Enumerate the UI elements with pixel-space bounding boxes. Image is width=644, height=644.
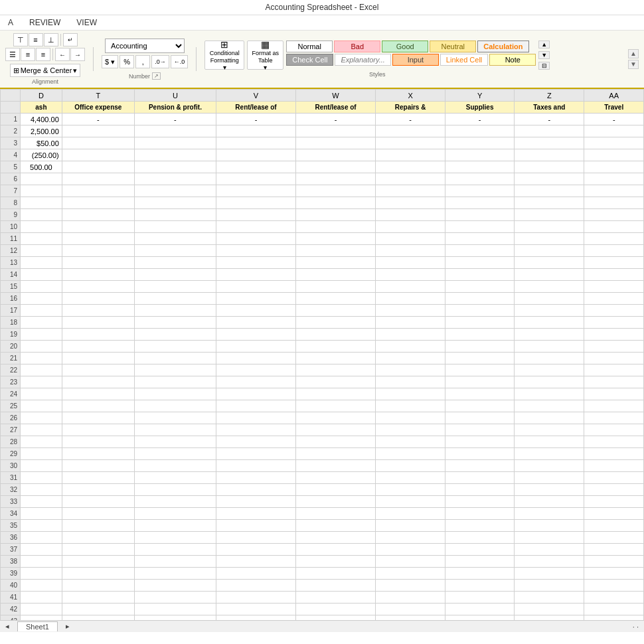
cell[interactable] [296,568,376,580]
table-row[interactable]: 19 [1,329,644,341]
cell[interactable] [296,496,376,508]
table-row[interactable]: 31 [1,472,644,484]
cell[interactable] [134,556,216,568]
cell[interactable] [515,508,584,520]
cell[interactable] [216,269,295,281]
cell[interactable] [62,341,134,353]
cell[interactable] [515,388,584,400]
table-row[interactable]: 14,400.00-------- [1,114,644,125]
cell[interactable] [216,317,295,329]
table-row[interactable]: 20 [1,341,644,353]
cell[interactable] [296,353,376,364]
cell[interactable] [62,137,134,149]
cell[interactable] [21,293,62,305]
cell[interactable] [296,615,376,621]
scroll-right-btn[interactable]: ▸ [66,622,70,631]
cell[interactable] [376,185,445,197]
table-row[interactable]: 14 [1,269,644,281]
cell[interactable] [584,293,644,305]
cell[interactable] [515,329,584,341]
cell[interactable] [445,388,515,400]
cell[interactable] [515,305,584,317]
cell[interactable] [445,221,515,233]
cell[interactable] [296,329,376,341]
cell[interactable] [515,472,584,484]
cell[interactable] [584,508,644,520]
cell[interactable] [445,424,515,436]
cell[interactable] [515,424,584,436]
ribbon-scroll-down[interactable]: ▼ [628,60,639,69]
cell[interactable] [216,448,295,460]
style-good[interactable]: Good [382,40,428,52]
cell[interactable] [445,125,515,137]
conditional-formatting-btn[interactable]: ⊞ ConditionalFormatting ▾ [204,40,244,70]
table-row[interactable]: 7 [1,185,644,197]
cell[interactable] [584,544,644,556]
table-row[interactable]: 12 [1,245,644,257]
cell[interactable] [376,568,445,580]
cell[interactable]: 500.00 [21,161,62,173]
align-middle-btn[interactable]: ≡ [29,33,43,46]
table-row[interactable]: 25 [1,400,644,412]
cell[interactable] [445,353,515,364]
table-row[interactable]: 24 [1,388,644,400]
cell[interactable] [584,604,644,615]
cell[interactable] [515,209,584,221]
cell[interactable] [376,580,445,592]
cell[interactable] [445,532,515,544]
cell[interactable] [376,269,445,281]
cell[interactable] [515,544,584,556]
cell[interactable] [134,269,216,281]
cell[interactable] [515,173,584,185]
cell[interactable] [216,305,295,317]
cell[interactable] [445,364,515,376]
cell[interactable] [216,532,295,544]
cell[interactable] [62,221,134,233]
cell[interactable] [134,125,216,137]
table-row[interactable]: 29 [1,448,644,460]
cell[interactable] [445,568,515,580]
cell[interactable] [21,341,62,353]
cell[interactable] [515,149,584,161]
format-as-table-btn[interactable]: ▦ Format asTable ▾ [247,40,283,70]
cell[interactable] [62,125,134,137]
cell[interactable]: - [584,114,644,125]
cell[interactable] [296,317,376,329]
cell[interactable] [134,293,216,305]
cell[interactable] [21,281,62,293]
table-row[interactable]: 3$50.00 [1,137,644,149]
cell[interactable] [445,305,515,317]
cell[interactable] [216,197,295,209]
cell[interactable] [584,257,644,269]
cell[interactable] [134,364,216,376]
cell[interactable] [515,137,584,149]
number-format-select[interactable]: Accounting [105,39,185,53]
cell[interactable] [376,341,445,353]
cell[interactable] [62,580,134,592]
cell[interactable] [445,257,515,269]
cell[interactable] [216,341,295,353]
cell[interactable] [134,592,216,604]
cell[interactable] [376,412,445,424]
cell[interactable] [62,185,134,197]
cell[interactable] [62,508,134,520]
table-row[interactable]: 37 [1,544,644,556]
cell[interactable] [376,436,445,448]
cell[interactable] [216,472,295,484]
cell[interactable] [515,293,584,305]
cell[interactable] [296,460,376,472]
cell[interactable] [21,520,62,532]
cell[interactable] [296,161,376,173]
cell[interactable] [62,305,134,317]
cell[interactable] [216,592,295,604]
cell[interactable] [515,257,584,269]
cell[interactable] [134,544,216,556]
table-row[interactable]: 34 [1,508,644,520]
cell[interactable] [445,400,515,412]
cell[interactable] [515,317,584,329]
styles-expand[interactable]: ⊟ [538,62,550,70]
cell[interactable] [445,149,515,161]
cell[interactable] [376,221,445,233]
cell[interactable] [21,604,62,615]
cell[interactable] [134,484,216,496]
